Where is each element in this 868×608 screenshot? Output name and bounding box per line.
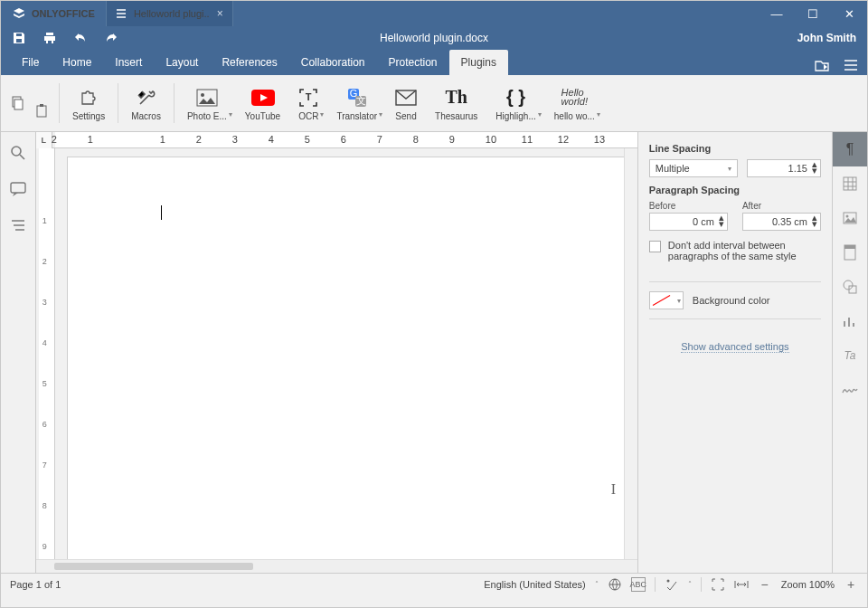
line-spacing-value-stepper[interactable]: 1.15 ▴▾: [747, 159, 821, 177]
chevron-down-icon: ▾: [229, 110, 232, 119]
translate-icon: G文: [347, 88, 367, 108]
after-spacing-stepper[interactable]: 0.35 cm ▴▾: [742, 213, 821, 231]
chevron-down-icon: ▾: [597, 110, 600, 119]
menu-plugins[interactable]: Plugins: [449, 50, 508, 75]
outline-icon[interactable]: [10, 217, 26, 233]
svg-point-23: [666, 579, 669, 582]
pilcrow-icon: ¶: [846, 141, 854, 157]
thesaurus-icon: Th: [445, 87, 467, 108]
window-close-button[interactable]: ✕: [831, 1, 867, 26]
svg-rect-1: [14, 100, 23, 109]
hello-world-button[interactable]: Helloworld! hello wo... ▾: [547, 75, 602, 131]
line-spacing-mode-select[interactable]: Multiple ▾: [649, 159, 738, 177]
chevron-up-icon: ˄: [688, 580, 692, 588]
svg-point-17: [846, 215, 849, 218]
window-maximize-button[interactable]: ☐: [795, 1, 831, 26]
spellcheck-icon[interactable]: ABC: [631, 577, 646, 592]
page-indicator[interactable]: Page 1 of 1: [10, 579, 61, 590]
open-location-icon[interactable]: [815, 59, 829, 71]
menu-collaboration[interactable]: Collaboration: [289, 50, 377, 75]
menu-home[interactable]: Home: [51, 50, 103, 75]
table-icon: [843, 176, 857, 191]
print-icon[interactable]: [42, 31, 57, 45]
svg-rect-3: [40, 104, 43, 107]
vertical-scrollbar[interactable]: [624, 148, 637, 559]
language-indicator[interactable]: English (United States): [484, 579, 586, 590]
textart-tab[interactable]: Ta: [833, 338, 868, 373]
undo-icon[interactable]: [73, 31, 88, 45]
shape-tab[interactable]: [833, 270, 868, 304]
tools-icon: [137, 88, 156, 108]
menu-layout[interactable]: Layout: [154, 50, 210, 75]
save-icon[interactable]: [12, 31, 26, 45]
background-color-label: Background color: [693, 295, 770, 306]
menu-references[interactable]: References: [210, 50, 288, 75]
dont-add-interval-checkbox[interactable]: [649, 241, 661, 252]
paragraph-tab[interactable]: ¶: [833, 132, 868, 166]
window-minimize-button[interactable]: —: [759, 1, 795, 26]
paragraph-spacing-header: Paragraph Spacing: [649, 185, 821, 195]
paste-button[interactable]: [32, 83, 53, 139]
track-changes-icon[interactable]: [665, 577, 679, 592]
document-tab-title: Helloworld plugi..: [134, 8, 210, 19]
fit-width-icon[interactable]: [734, 577, 749, 592]
translator-label: Translator: [336, 111, 377, 121]
stack-icon: [12, 6, 26, 21]
ocr-button[interactable]: T OCR ▾: [291, 75, 326, 131]
image-icon: [843, 212, 857, 224]
translator-button[interactable]: G文 Translator ▾: [329, 75, 384, 131]
chevron-down-icon: ▾: [379, 110, 382, 119]
user-name[interactable]: John Smith: [797, 32, 856, 44]
document-title: Helloworld plugin.docx: [380, 32, 488, 44]
zoom-out-button[interactable]: −: [758, 577, 772, 592]
hello-label: hello wo...: [554, 111, 595, 121]
document-tab[interactable]: Helloworld plugi.. ×: [106, 1, 233, 26]
close-tab-icon[interactable]: ×: [217, 7, 223, 20]
globe-icon[interactable]: [608, 577, 622, 592]
copy-button[interactable]: [6, 75, 28, 131]
table-tab[interactable]: [833, 166, 868, 201]
advanced-settings-link[interactable]: Show advanced settings: [681, 341, 788, 353]
svg-rect-19: [844, 245, 855, 249]
menu-file[interactable]: File: [10, 50, 51, 75]
background-color-picker[interactable]: ▾: [649, 291, 684, 309]
header-tab[interactable]: [833, 235, 868, 270]
thesaurus-button[interactable]: Th Thesaurus: [428, 75, 485, 131]
macros-button[interactable]: Macros: [124, 75, 168, 131]
settings-button[interactable]: Settings: [65, 75, 112, 131]
svg-text:文: 文: [355, 95, 365, 106]
textart-icon: Ta: [844, 349, 856, 362]
document-page[interactable]: I: [68, 157, 624, 559]
chart-tab[interactable]: [833, 304, 868, 338]
redo-icon[interactable]: [104, 31, 118, 45]
svg-rect-2: [37, 106, 46, 117]
before-spacing-stepper[interactable]: 0 cm ▴▾: [649, 213, 728, 231]
search-icon[interactable]: [10, 145, 26, 161]
signature-tab[interactable]: [833, 373, 868, 407]
comments-icon[interactable]: [10, 181, 26, 197]
horizontal-ruler[interactable]: L 21 12345678910111213: [36, 132, 637, 148]
macros-label: Macros: [131, 111, 161, 121]
send-label: Send: [395, 111, 416, 121]
vertical-ruler[interactable]: 123456789: [39, 148, 55, 559]
svg-text:T: T: [306, 91, 312, 102]
image-tab[interactable]: [833, 201, 868, 235]
photo-editor-button[interactable]: Photo E... ▾: [180, 75, 234, 131]
svg-rect-15: [844, 177, 856, 190]
youtube-button[interactable]: YouTube: [238, 75, 288, 131]
zoom-in-button[interactable]: +: [844, 577, 858, 592]
photo-label: Photo E...: [187, 111, 227, 121]
send-button[interactable]: Send: [388, 75, 424, 131]
menu-protection[interactable]: Protection: [377, 50, 449, 75]
zoom-indicator[interactable]: Zoom 100%: [781, 579, 835, 590]
before-label: Before: [649, 201, 728, 211]
svg-point-5: [201, 93, 204, 97]
highlight-button[interactable]: { } Highligh... ▾: [488, 75, 542, 131]
youtube-icon: [251, 90, 275, 106]
after-label: After: [742, 201, 821, 211]
fit-page-icon[interactable]: [711, 577, 725, 592]
menu-insert[interactable]: Insert: [103, 50, 154, 75]
horizontal-scrollbar[interactable]: [36, 559, 637, 573]
hamburger-icon[interactable]: [844, 59, 858, 71]
document-canvas[interactable]: I: [55, 148, 624, 559]
